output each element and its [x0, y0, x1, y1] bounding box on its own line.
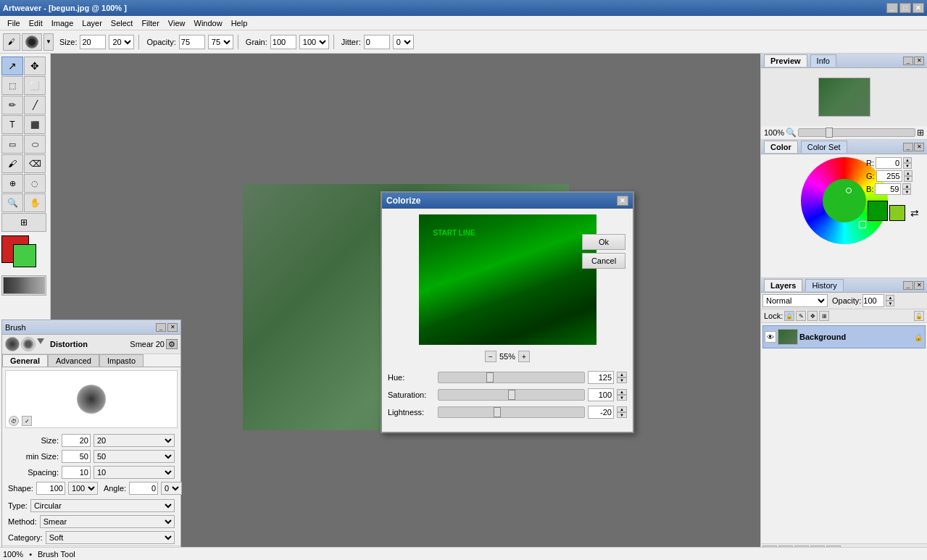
zoom-in-btn[interactable]: + — [518, 351, 530, 362]
tab-advanced[interactable]: Advanced — [48, 354, 99, 367]
ellipse-tool[interactable]: ⬭ — [24, 135, 46, 154]
brush-preview-btn[interactable] — [22, 33, 42, 51]
method-select[interactable]: Smear — [40, 515, 175, 528]
hue-up-btn[interactable]: ▲ — [617, 372, 627, 377]
lock-transparency-btn[interactable]: 🔒 — [784, 311, 794, 321]
layers-panel-close[interactable]: ✕ — [914, 281, 924, 290]
lightness-spinner[interactable]: ▲ ▼ — [617, 406, 627, 418]
swatch-main[interactable] — [868, 201, 888, 221]
size-dropdown[interactable]: 20 — [109, 35, 134, 49]
preview-panel-close[interactable]: ✕ — [914, 57, 924, 65]
minimize-button[interactable]: _ — [886, 3, 898, 13]
brush-icon-1[interactable] — [5, 337, 20, 351]
hue-value-input[interactable] — [588, 371, 614, 384]
stamp-tool[interactable]: ⊕ — [1, 174, 23, 193]
lock-all-btn[interactable]: ⊞ — [819, 311, 829, 321]
background-color[interactable] — [13, 244, 36, 267]
select-tool[interactable]: ↗ — [1, 57, 23, 75]
brush-dropdown-arrow[interactable] — [37, 338, 49, 350]
title-bar-buttons[interactable]: _ □ ✕ — [886, 3, 924, 13]
angle-select[interactable]: 0 — [161, 482, 182, 495]
hue-down-btn[interactable]: ▼ — [617, 377, 627, 383]
color-wheel-center[interactable] — [823, 179, 866, 222]
b-up-btn[interactable]: ▲ — [902, 183, 911, 189]
menu-filter[interactable]: Filter — [137, 17, 163, 29]
b-spinner[interactable]: ▲ ▼ — [902, 183, 911, 195]
spacing-input[interactable] — [62, 466, 91, 479]
menu-image[interactable]: Image — [47, 17, 78, 29]
color-selector[interactable] — [1, 235, 46, 273]
r-up-btn[interactable]: ▲ — [903, 157, 912, 163]
tab-general[interactable]: General — [2, 354, 48, 367]
brush-tool-btn[interactable]: 🖌 — [3, 33, 20, 51]
type-select[interactable]: Circular — [30, 499, 175, 512]
brush-size-input[interactable] — [62, 434, 91, 447]
g-up-btn[interactable]: ▲ — [904, 170, 913, 176]
brush-dropdown-btn[interactable]: ▼ — [43, 33, 54, 51]
preview-panel-minimize[interactable]: _ — [903, 57, 913, 65]
preview-zoom-slider[interactable] — [798, 128, 915, 137]
brush-icon-2[interactable] — [21, 337, 36, 351]
color-panel-close[interactable]: ✕ — [914, 143, 924, 151]
pen-tool[interactable]: ✏ — [1, 96, 23, 114]
preview-fit-btn[interactable]: ⊞ — [917, 128, 924, 138]
r-spinner[interactable]: ▲ ▼ — [903, 157, 912, 169]
brush-panel-minimize[interactable]: _ — [156, 323, 166, 332]
lasso-tool[interactable]: ⬚ — [1, 76, 23, 95]
tab-preview[interactable]: Preview — [764, 54, 807, 67]
saturation-down-btn[interactable]: ▼ — [617, 395, 627, 401]
jitter-dropdown[interactable]: 0 — [393, 35, 414, 49]
opacity-up-btn[interactable]: ▲ — [886, 295, 894, 301]
eyedropper-tool[interactable]: 🔍 — [1, 193, 23, 212]
shape-input[interactable] — [36, 482, 65, 495]
size-input[interactable] — [80, 35, 106, 49]
angle-input[interactable] — [129, 482, 158, 495]
layers-panel-minimize[interactable]: _ — [903, 281, 913, 290]
tab-layers[interactable]: Layers — [764, 279, 802, 291]
tab-history[interactable]: History — [805, 279, 843, 291]
tab-impasto[interactable]: Impasto — [99, 354, 144, 367]
menu-file[interactable]: File — [3, 17, 25, 29]
layer-visibility-btn[interactable]: 👁 — [765, 331, 776, 343]
tab-color[interactable]: Color — [764, 141, 798, 153]
colorize-close-button[interactable]: ✕ — [617, 196, 628, 206]
saturation-spinner[interactable]: ▲ ▼ — [617, 389, 627, 401]
b-input[interactable] — [875, 183, 901, 195]
brush-tool[interactable]: 🖌 — [1, 154, 23, 173]
menu-layer[interactable]: Layer — [78, 17, 107, 29]
hand-tool[interactable]: ✋ — [24, 193, 46, 212]
spacing-select[interactable]: 10 — [93, 466, 175, 479]
layer-opacity-input[interactable] — [862, 294, 884, 307]
g-input[interactable] — [876, 170, 902, 182]
ok-button[interactable]: Ok — [582, 234, 625, 250]
r-down-btn[interactable]: ▼ — [903, 163, 912, 169]
saturation-up-btn[interactable]: ▲ — [617, 389, 627, 395]
maximize-button[interactable]: □ — [899, 3, 911, 13]
menu-help[interactable]: Help — [227, 17, 252, 29]
layer-background[interactable]: 👁 Background 🔒 — [762, 325, 926, 348]
saturation-slider[interactable] — [438, 389, 585, 401]
g-spinner[interactable]: ▲ ▼ — [904, 170, 913, 182]
lightness-down-btn[interactable]: ▼ — [617, 412, 627, 418]
blur-tool[interactable]: ◌ — [24, 174, 46, 193]
r-input[interactable] — [876, 157, 902, 169]
marquee-tool[interactable]: ⬜ — [24, 76, 46, 95]
brush-timer-btn[interactable]: ⏱ — [9, 416, 19, 426]
extra-tool-btn[interactable] — [1, 275, 46, 296]
eraser-tool[interactable]: ⌫ — [24, 154, 46, 173]
brush-check-btn[interactable]: ✓ — [22, 416, 32, 426]
opacity-dropdown[interactable]: 75 — [208, 35, 233, 49]
menu-view[interactable]: View — [164, 17, 190, 29]
lock-image-btn[interactable]: ✎ — [796, 311, 806, 321]
lightness-value-input[interactable] — [588, 406, 614, 419]
move-tool[interactable]: ✥ — [24, 57, 46, 75]
min-size-input[interactable] — [62, 450, 91, 463]
opacity-input[interactable] — [179, 35, 205, 49]
hue-spinner[interactable]: ▲ ▼ — [617, 372, 627, 383]
opacity-spinner[interactable]: ▲ ▼ — [886, 295, 894, 306]
hue-slider[interactable] — [438, 372, 585, 383]
opacity-down-btn[interactable]: ▼ — [886, 301, 894, 306]
shape-select[interactable]: 100 — [68, 482, 98, 495]
brush-settings-btn[interactable]: ⚙ — [166, 339, 178, 349]
menu-select[interactable]: Select — [107, 17, 138, 29]
